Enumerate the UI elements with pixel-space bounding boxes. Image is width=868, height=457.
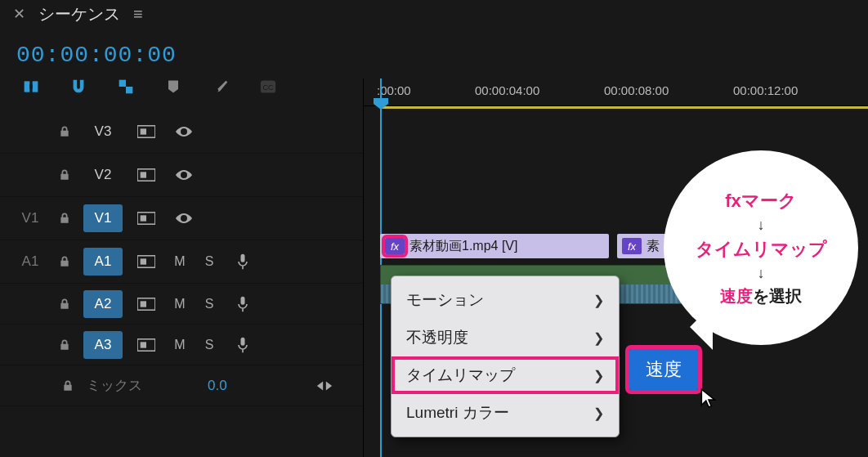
track-row-v1[interactable]: V1 V1 [0, 197, 363, 240]
track-row-a2[interactable]: A2 M S [0, 284, 363, 325]
menu-opacity[interactable]: 不透明度 ❯ [391, 319, 619, 356]
menu-label: タイムリマップ [406, 365, 515, 386]
svg-rect-15 [141, 258, 146, 264]
eye-icon[interactable] [170, 208, 198, 229]
chevron-right-icon: ❯ [593, 293, 604, 308]
clip-title: 素 [647, 238, 660, 255]
lock-icon[interactable] [56, 298, 74, 311]
ruler-tick: 00:00:08:00 [604, 83, 669, 97]
source-patch-icon[interactable] [132, 121, 160, 142]
mute-toggle[interactable]: M [170, 254, 190, 269]
submenu-speed[interactable]: 速度 [629, 349, 698, 390]
ruler-tick: 00:00:04:00 [475, 83, 539, 97]
playhead-timecode[interactable]: 00:00:00:00 [16, 43, 177, 68]
mute-toggle[interactable]: M [170, 338, 190, 352]
lock-icon[interactable] [56, 255, 74, 268]
track-label[interactable]: A3 [83, 331, 123, 359]
fx-badge[interactable]: fx [622, 238, 642, 254]
svg-rect-4 [126, 87, 132, 93]
svg-rect-19 [241, 296, 245, 304]
mute-toggle[interactable]: M [170, 297, 190, 311]
mix-value[interactable]: 0.0 [208, 378, 227, 394]
source-patch-icon[interactable] [132, 334, 160, 356]
menu-label: Lumetri カラー [406, 402, 509, 423]
bubble-line: タイムリマップ [696, 237, 827, 262]
chevron-right-icon: ❯ [593, 368, 604, 383]
close-icon[interactable]: ✕ [13, 5, 25, 23]
bubble-line: fxマーク [725, 189, 797, 213]
track-headers: V3 V2 V1 V1 A1 A1 M S [0, 110, 363, 406]
snap-icon[interactable] [67, 78, 90, 96]
eye-icon[interactable] [170, 121, 198, 142]
sequence-title: シーケンス [38, 3, 120, 25]
svg-rect-0 [25, 81, 30, 92]
svg-rect-3 [119, 80, 126, 87]
expand-icon[interactable] [311, 375, 338, 397]
source-patch-icon[interactable] [132, 164, 160, 186]
track-row-v2[interactable]: V2 [0, 154, 363, 197]
insert-overwrite-icon[interactable] [20, 78, 43, 96]
track-row-v3[interactable]: V3 [0, 110, 363, 154]
eye-icon[interactable] [170, 164, 198, 186]
annotation-bubble: fxマーク ↓ タイムリマップ ↓ 速度を選択 [664, 150, 858, 345]
mix-label: ミックス [87, 376, 142, 395]
menu-lumetri[interactable]: Lumetri カラー ❯ [391, 394, 619, 432]
lock-icon[interactable] [56, 168, 74, 181]
svg-text:CC: CC [262, 83, 274, 92]
svg-point-5 [216, 89, 219, 92]
source-patch-icon[interactable] [132, 293, 160, 315]
menu-label: 不透明度 [406, 327, 468, 348]
work-area-bar[interactable] [380, 106, 868, 109]
track-label[interactable]: A2 [83, 290, 123, 318]
lock-icon[interactable] [56, 212, 74, 225]
cursor-icon [700, 388, 718, 409]
marker-icon[interactable] [162, 78, 185, 96]
track-label[interactable]: V3 [83, 118, 123, 146]
menu-time-remap[interactable]: タイムリマップ ❯ [391, 356, 619, 394]
solo-toggle[interactable]: S [199, 297, 219, 311]
source-patch-icon[interactable] [132, 251, 160, 272]
mic-icon[interactable] [229, 293, 257, 315]
arrow-down-icon: ↓ [758, 217, 765, 234]
svg-rect-1 [33, 81, 38, 92]
menu-icon[interactable]: ≡ [133, 5, 143, 24]
ruler-tick: :00:00 [377, 83, 411, 97]
ruler-tick: 00:00:12:00 [733, 83, 798, 97]
svg-rect-16 [241, 254, 245, 262]
menu-motion[interactable]: モーション ❯ [391, 281, 619, 319]
solo-toggle[interactable]: S [199, 338, 219, 352]
captions-icon[interactable]: CC [257, 78, 280, 96]
track-row-mix[interactable]: ミックス 0.0 [0, 365, 363, 406]
track-label[interactable]: A1 [83, 248, 123, 276]
svg-rect-22 [241, 337, 245, 345]
submenu-label: 速度 [646, 359, 682, 379]
linked-selection-icon[interactable] [114, 78, 137, 96]
clip-title: 素材動画1.mp4 [V] [409, 238, 517, 255]
solo-toggle[interactable]: S [199, 254, 219, 269]
settings-icon[interactable] [209, 78, 232, 96]
source-patch-icon[interactable] [132, 208, 160, 229]
menu-label: モーション [406, 289, 484, 311]
mic-icon[interactable] [229, 251, 257, 272]
svg-rect-18 [141, 301, 146, 307]
mic-icon[interactable] [229, 334, 257, 356]
fx-context-menu: モーション ❯ 不透明度 ❯ タイムリマップ ❯ Lumetri カラー ❯ [391, 276, 620, 437]
arrow-down-icon: ↓ [758, 265, 765, 282]
source-a1[interactable]: A1 [15, 253, 46, 270]
bubble-line: 速度を選択 [720, 285, 802, 307]
source-v1[interactable]: V1 [15, 210, 46, 226]
svg-rect-13 [141, 215, 146, 221]
fx-badge[interactable]: fx [385, 238, 405, 254]
svg-rect-9 [141, 128, 146, 134]
svg-rect-21 [141, 342, 146, 347]
lock-icon[interactable] [56, 125, 74, 138]
track-label[interactable]: V2 [83, 161, 123, 189]
track-row-a3[interactable]: A3 M S [0, 325, 363, 365]
lock-icon[interactable] [56, 338, 74, 352]
lock-icon[interactable] [59, 379, 77, 392]
svg-rect-2 [29, 85, 32, 89]
video-clip[interactable]: fx 素材動画1.mp4 [V] [380, 234, 609, 258]
time-ruler[interactable]: :00:00 00:00:04:00 00:00:08:00 00:00:12:… [364, 78, 868, 106]
track-label[interactable]: V1 [83, 204, 123, 232]
track-row-a1[interactable]: A1 A1 M S [0, 240, 363, 284]
